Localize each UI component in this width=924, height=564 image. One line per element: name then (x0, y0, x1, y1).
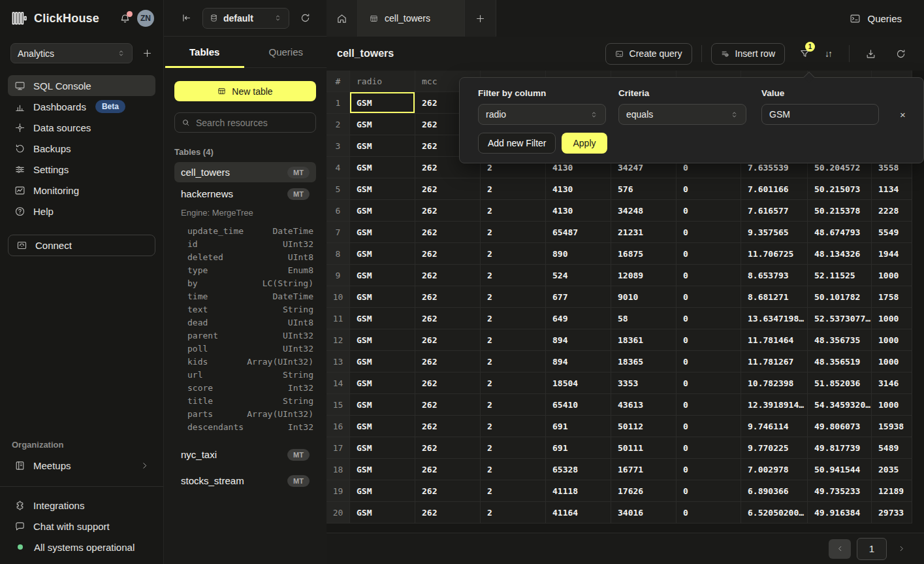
table-cell[interactable]: 49.735233 (808, 480, 872, 502)
table-cell[interactable]: GSM (350, 222, 415, 243)
table-cell[interactable]: 9.357565 (741, 222, 808, 243)
table-cell[interactable]: 8.653793 (741, 265, 808, 286)
table-cell[interactable]: 7.601166 (741, 178, 808, 200)
table-cell[interactable]: 0 (677, 286, 741, 308)
table-cell[interactable]: 2 (481, 178, 546, 200)
table-cell[interactable]: 65328 (546, 459, 611, 480)
table-cell[interactable]: 2 (481, 308, 546, 329)
table-cell[interactable]: GSM (350, 373, 415, 394)
avatar[interactable]: ZN (137, 10, 154, 27)
search-input[interactable] (196, 118, 309, 128)
table-cell[interactable]: 262 (415, 437, 481, 459)
table-cell[interactable]: GSM (350, 459, 415, 480)
add-new-filter-button[interactable]: Add new Filter (478, 133, 556, 154)
page-number[interactable]: 1 (857, 538, 887, 560)
table-cell[interactable]: 0 (677, 265, 741, 286)
table-cell[interactable]: 16875 (611, 243, 677, 265)
page-next-button[interactable] (893, 539, 910, 559)
table-cell[interactable]: 0 (677, 459, 741, 480)
table-cell[interactable]: 2228 (872, 200, 912, 222)
table-cell[interactable]: 49.806073 (808, 416, 872, 437)
sidebar-item-data-sources[interactable]: Data sources (8, 117, 155, 138)
table-cell[interactable]: 52.5373077… (808, 308, 872, 329)
sidebar-item-help[interactable]: Help (8, 201, 155, 222)
table-cell[interactable]: GSM (350, 265, 415, 286)
table-cell[interactable]: 51.852036 (808, 373, 872, 394)
table-cell[interactable]: 50112 (611, 416, 677, 437)
sidebar-item-backups[interactable]: Backups (8, 138, 155, 159)
table-cell[interactable]: GSM (350, 329, 415, 351)
table-cell[interactable]: 2 (481, 373, 546, 394)
table-cell[interactable]: 262 (415, 200, 481, 222)
table-cell[interactable]: 262 (415, 178, 481, 200)
table-cell[interactable]: 11.706725 (741, 243, 808, 265)
table-cell[interactable]: 0 (677, 308, 741, 329)
notifications-bell-icon[interactable] (119, 13, 131, 24)
refresh-button[interactable] (889, 43, 912, 65)
table-cell[interactable]: 0 (677, 222, 741, 243)
table-cell[interactable]: 3353 (611, 373, 677, 394)
table-cell[interactable]: 2035 (872, 459, 912, 480)
table-cell[interactable]: 2 (481, 416, 546, 437)
table-cell[interactable]: 41164 (546, 502, 611, 523)
new-tab-button[interactable] (465, 0, 496, 37)
table-cell[interactable]: 262 (415, 373, 481, 394)
table-cell[interactable]: 2 (481, 480, 546, 502)
table-cell[interactable]: 21231 (611, 222, 677, 243)
table-cell[interactable]: 65410 (546, 394, 611, 416)
table-cell[interactable]: 34248 (611, 200, 677, 222)
table-cell[interactable]: 2 (481, 200, 546, 222)
table-cell[interactable]: 0 (677, 178, 741, 200)
table-cell[interactable]: 524 (546, 265, 611, 286)
table-cell[interactable]: 262 (415, 394, 481, 416)
table-cell[interactable]: 576 (611, 178, 677, 200)
table-cell[interactable]: 2 (481, 459, 546, 480)
connect-button[interactable]: Connect (8, 235, 155, 256)
download-button[interactable] (859, 43, 882, 65)
table-cell[interactable]: 12.3918914… (741, 394, 808, 416)
table-cell[interactable]: GSM (350, 114, 415, 135)
table-item-hackernews[interactable]: hackernewsMT (174, 184, 316, 204)
table-cell[interactable]: 2 (481, 265, 546, 286)
panel-tab-queries[interactable]: Queries (246, 37, 327, 67)
table-cell[interactable]: 9.770225 (741, 437, 808, 459)
add-workspace-button[interactable] (142, 48, 153, 59)
table-cell[interactable]: 2 (481, 243, 546, 265)
table-cell[interactable]: 48.134326 (808, 243, 872, 265)
sidebar-item-monitoring[interactable]: Monitoring (8, 180, 155, 201)
table-cell[interactable]: GSM (350, 437, 415, 459)
table-cell[interactable]: 0 (677, 502, 741, 523)
refresh-tables-icon[interactable] (300, 12, 311, 24)
table-cell[interactable]: 3146 (872, 373, 912, 394)
table-cell[interactable]: GSM (350, 502, 415, 523)
table-cell[interactable]: 18361 (611, 329, 677, 351)
table-cell[interactable]: 1944 (872, 243, 912, 265)
filter-criteria-select[interactable]: equals (618, 104, 746, 125)
table-cell[interactable]: 894 (546, 329, 611, 351)
filter-button[interactable]: 1 (793, 43, 816, 65)
table-cell[interactable]: GSM (350, 92, 415, 114)
table-cell[interactable]: 2 (481, 351, 546, 373)
table-cell[interactable]: 13.6347198… (741, 308, 808, 329)
table-cell[interactable]: 5549 (872, 222, 912, 243)
table-cell[interactable]: GSM (350, 243, 415, 265)
table-cell[interactable]: 0 (677, 351, 741, 373)
sidebar-footer-item-chat-with-support[interactable]: Chat with support (8, 516, 155, 537)
table-cell[interactable]: 15938 (872, 416, 912, 437)
table-cell[interactable]: 890 (546, 243, 611, 265)
table-cell[interactable]: 10.782398 (741, 373, 808, 394)
table-cell[interactable]: 0 (677, 329, 741, 351)
table-cell[interactable]: 48.356519 (808, 351, 872, 373)
table-cell[interactable]: 691 (546, 437, 611, 459)
table-cell[interactable]: 12089 (611, 265, 677, 286)
remove-filter-button[interactable]: × (900, 109, 906, 120)
sidebar-footer-item-all-systems-operational[interactable]: All systems operational (8, 537, 155, 557)
table-cell[interactable]: 262 (415, 329, 481, 351)
workspace-select[interactable]: Analytics (10, 43, 133, 63)
table-cell[interactable]: 2 (481, 329, 546, 351)
collapse-panel-icon[interactable] (181, 12, 192, 24)
table-cell[interactable]: GSM (350, 308, 415, 329)
table-cell[interactable]: 52.11525 (808, 265, 872, 286)
table-cell[interactable]: GSM (350, 178, 415, 200)
sort-button[interactable]: ↓↑ (816, 43, 840, 65)
